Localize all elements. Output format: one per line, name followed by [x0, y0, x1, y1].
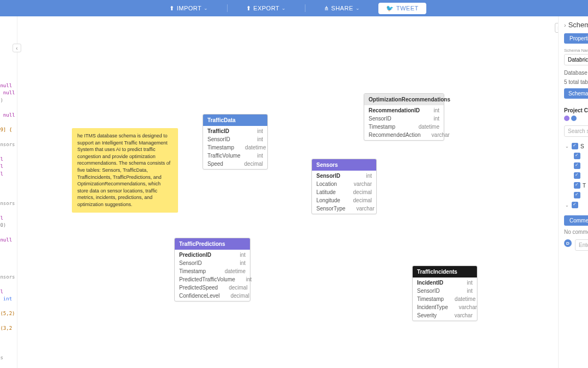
color-swatch[interactable]: [564, 116, 569, 121]
tree-label: S: [580, 143, 584, 149]
table-row[interactable]: TrafficIDint: [203, 127, 267, 135]
table-row[interactable]: PredictionIDint: [175, 251, 250, 259]
canvas[interactable]: ⊞ he ITMS database schema is designed to…: [17, 16, 558, 368]
upload-icon: ⬆: [169, 5, 175, 12]
chevron-right-icon: ›: [564, 22, 566, 28]
table-header: Sensors: [312, 159, 376, 171]
chevron-down-icon: ⌄: [356, 5, 360, 11]
canvas-inner: he ITMS database schema is designed to s…: [17, 16, 558, 368]
tree-parent[interactable]: ⌄ S: [564, 141, 588, 151]
table-body: PredictionIDint SensorIDint Timestampdat…: [175, 250, 250, 301]
table-row[interactable]: SensorIDint: [312, 172, 376, 180]
table-row[interactable]: Latitudedecimal: [312, 188, 376, 196]
schema-editor-button[interactable]: Schema Editor: [564, 88, 588, 99]
checkbox[interactable]: [574, 162, 580, 169]
table-row[interactable]: Timestampdatetime: [175, 267, 250, 275]
table-row[interactable]: SensorTypevarchar: [312, 204, 376, 213]
separator: [227, 4, 228, 12]
checkbox[interactable]: [574, 182, 580, 189]
collapse-code-button[interactable]: ‹: [13, 44, 21, 52]
chevron-down-icon: ⌄: [565, 203, 569, 208]
tree-item[interactable]: T: [564, 180, 588, 190]
export-label: EXPORT: [253, 5, 279, 11]
search-schema-input[interactable]: Search schema...: [564, 125, 588, 137]
table-row[interactable]: IncidentTypevarchar: [413, 303, 477, 311]
avatar: D: [564, 239, 572, 247]
chevron-down-icon: ⌄: [281, 5, 286, 11]
tweet-button[interactable]: 🐦 TWEET: [378, 3, 426, 14]
table-body: RecommendationIDint SensorIDint Timestam…: [364, 105, 444, 140]
checkbox[interactable]: [572, 202, 578, 208]
checkbox[interactable]: [574, 153, 580, 159]
schema-header[interactable]: › Schema: [564, 21, 588, 29]
table-row[interactable]: SensorIDint: [175, 259, 250, 267]
chevron-down-icon: ⌄: [565, 144, 569, 149]
download-icon: ⬆: [246, 5, 252, 12]
table-optimizationrecommendations[interactable]: OptimizationRecommendations Recommendati…: [364, 93, 444, 141]
separator: [305, 4, 305, 12]
comment-input[interactable]: Enter: [575, 239, 588, 251]
table-header: TrafficData: [203, 114, 267, 126]
table-row[interactable]: IncidentIDint: [413, 279, 477, 287]
table-trafficpredictions[interactable]: TrafficPredictions PredictionIDint Senso…: [174, 238, 250, 301]
twitter-icon: 🐦: [386, 5, 394, 12]
import-button[interactable]: ⬆ IMPORT ⌄: [162, 5, 216, 12]
tree-item[interactable]: [564, 151, 588, 161]
checkbox[interactable]: [574, 172, 580, 179]
sticky-note[interactable]: he ITMS database schema is designed to s…: [72, 128, 178, 213]
database-label: Database: [564, 70, 588, 76]
table-body: SensorIDint Locationvarchar Latitudedeci…: [312, 171, 376, 214]
table-body: TrafficIDint SensorIDint Timestampdateti…: [203, 126, 267, 169]
checkbox[interactable]: [572, 143, 578, 149]
table-row[interactable]: Locationvarchar: [312, 180, 376, 188]
table-row[interactable]: Timestampdatetime: [413, 295, 477, 303]
table-row[interactable]: Severityvarchar: [413, 311, 477, 319]
comments-button[interactable]: Comments: [564, 215, 588, 226]
table-row[interactable]: PredictedTrafficVolumeint: [175, 275, 250, 283]
tree-parent[interactable]: ⌄: [564, 200, 588, 210]
table-header: OptimizationRecommendations: [364, 94, 444, 105]
table-row[interactable]: SensorIDint: [364, 114, 444, 123]
code-panel: ‹ { null ) null 8) ) null C9] { ensors l…: [0, 16, 17, 368]
export-button[interactable]: ⬆ EXPORT ⌄: [238, 5, 294, 12]
tree-label: T: [583, 183, 586, 189]
no-comments-text: No comments: [564, 229, 588, 235]
import-label: IMPORT: [177, 5, 202, 11]
code-content: { null ) null 8) ) null C9] { ensors ll …: [0, 60, 19, 368]
table-header: TrafficPredictions: [175, 238, 250, 250]
table-row[interactable]: SensorIDint: [203, 135, 267, 143]
table-row[interactable]: Timestampdatetime: [203, 143, 267, 152]
table-row[interactable]: Longitudedecimal: [312, 196, 376, 204]
tweet-label: TWEET: [396, 5, 419, 11]
table-row[interactable]: Timestampdatetime: [364, 123, 444, 131]
color-palette: [564, 116, 588, 121]
chevron-down-icon: ⌄: [204, 5, 209, 11]
color-swatch[interactable]: [571, 116, 577, 121]
table-header: TrafficIncidents: [413, 266, 477, 277]
note-text: he ITMS database schema is designed to s…: [77, 133, 170, 207]
project-colors-label: Project Colors: [564, 107, 588, 113]
main-layout: ‹ { null ) null 8) ) null C9] { ensors l…: [0, 16, 588, 368]
right-panel: › Schema Properties Schema Name Database…: [558, 16, 588, 368]
tree-item[interactable]: [564, 190, 588, 200]
comment-input-row: D Enter: [564, 239, 588, 251]
table-row[interactable]: Speeddecimal: [203, 160, 267, 168]
table-row[interactable]: PredictedSpeeddecimal: [175, 283, 250, 292]
properties-tab[interactable]: Properties: [564, 33, 588, 44]
schema-name-label: Schema Name: [564, 48, 588, 53]
table-trafficdata[interactable]: TrafficData TrafficIDint SensorIDint Tim…: [203, 114, 268, 170]
share-button[interactable]: ⋔ SHARE ⌄: [316, 5, 367, 12]
table-row[interactable]: RecommendedActionvarchar: [364, 131, 444, 139]
table-row[interactable]: TrafficVolumeint: [203, 152, 267, 160]
table-trafficincidents[interactable]: TrafficIncidents IncidentIDint SensorIDi…: [412, 266, 477, 321]
tree-item[interactable]: [564, 171, 588, 180]
total-tables: 5 total tables: [564, 79, 588, 85]
checkbox[interactable]: [574, 192, 580, 198]
table-row[interactable]: RecommendationIDint: [364, 106, 444, 114]
table-row[interactable]: ConfidenceLeveldecimal: [175, 292, 250, 300]
tree-item[interactable]: [564, 161, 588, 171]
table-sensors[interactable]: Sensors SensorIDint Locationvarchar Lati…: [311, 159, 377, 214]
table-row[interactable]: SensorIDint: [413, 287, 477, 295]
schema-name-input[interactable]: [564, 54, 588, 65]
share-icon: ⋔: [324, 5, 329, 12]
